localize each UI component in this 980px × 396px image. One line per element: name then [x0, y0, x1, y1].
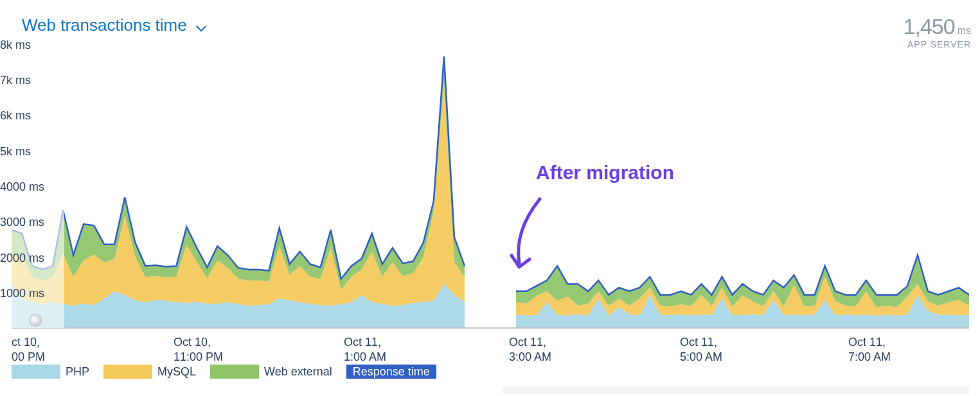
y-tick: 6k ms [0, 109, 31, 123]
legend-item-php[interactable]: PHP [12, 365, 89, 379]
x-tick: Oct 11,1:00 AM [344, 335, 386, 364]
legend-item-mysql[interactable]: MySQL [103, 365, 196, 379]
horizontal-scrollbar[interactable] [503, 386, 969, 394]
summary-unit: ms [958, 25, 971, 36]
area-chart-svg [12, 39, 969, 329]
y-tick: 8k ms [0, 39, 31, 52]
legend-label: Web external [264, 365, 332, 379]
y-tick: 2000 ms [0, 252, 44, 265]
y-tick: 4000 ms [0, 180, 44, 194]
swatch-webext [210, 365, 259, 379]
x-tick: Oct 11,5:00 AM [680, 335, 722, 364]
x-tick: Oct 10,11:00 PM [174, 335, 223, 364]
y-tick: 1000 ms [0, 287, 44, 300]
chart-legend: PHP MySQL Web external Response time [12, 365, 436, 379]
legend-label: PHP [66, 365, 89, 379]
chart-plot-area[interactable] [12, 39, 969, 327]
summary-value: 1,450 [904, 14, 955, 39]
chart-title-dropdown[interactable]: Web transactions time [22, 15, 206, 35]
y-tick: 7k ms [0, 74, 31, 87]
y-tick: 3000 ms [0, 216, 44, 229]
legend-item-webext[interactable]: Web external [210, 365, 332, 379]
y-tick: 5k ms [0, 145, 31, 159]
x-tick: Oct 11,7:00 AM [848, 335, 891, 364]
legend-label: MySQL [157, 365, 196, 379]
chart-title-text: Web transactions time [22, 15, 187, 35]
swatch-php [12, 365, 60, 379]
x-tick: ct 10,00 PM [12, 335, 45, 364]
legend-item-response[interactable]: Response time [346, 365, 436, 379]
chevron-down-icon [196, 17, 206, 37]
legend-label-response: Response time [346, 365, 436, 379]
x-tick: Oct 11,3:00 AM [509, 335, 551, 364]
swatch-mysql [103, 365, 152, 379]
annotation-after-migration: After migration [536, 162, 674, 184]
range-slider-knob[interactable] [30, 314, 41, 326]
